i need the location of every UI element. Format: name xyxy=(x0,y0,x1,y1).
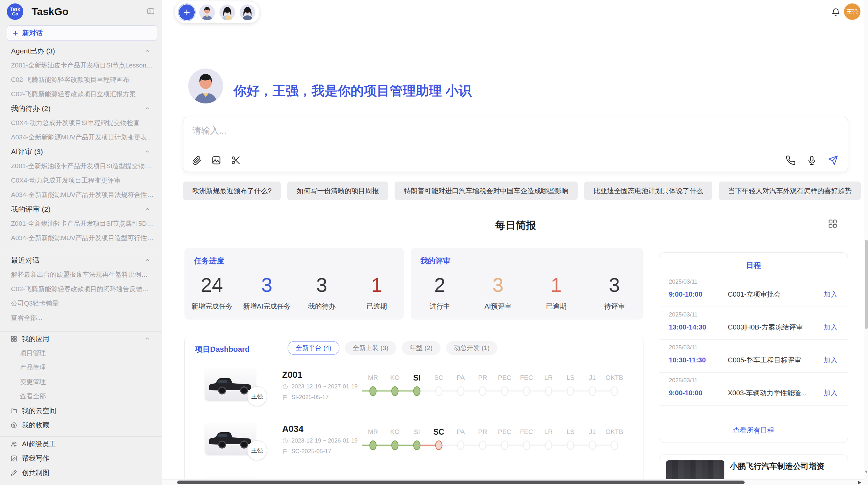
suggestion-chip[interactable]: 特朗普可能对进口汽车增税会对中国车企造成哪些影响 xyxy=(395,182,578,200)
filter-tab[interactable]: 全新上装 (3) xyxy=(345,341,397,355)
collapse-sidebar-icon[interactable] xyxy=(147,7,155,15)
milestone-dot[interactable] xyxy=(435,440,443,450)
milestone-dot[interactable] xyxy=(611,440,618,450)
milestone-dot[interactable] xyxy=(523,386,530,396)
schedule-item[interactable]: 2025/03/1110:30-11:30C005-整车工程目标评审加入 xyxy=(659,340,848,373)
milestone-dot[interactable] xyxy=(589,440,596,450)
milestone-dot[interactable] xyxy=(589,386,596,396)
chevron-up-icon[interactable] xyxy=(144,257,150,263)
chevron-up-icon[interactable] xyxy=(144,48,150,54)
agent-avatar-3[interactable] xyxy=(240,4,255,20)
voice-call-icon[interactable] xyxy=(785,155,796,165)
milestone-dot[interactable] xyxy=(501,440,508,450)
suggestion-chip[interactable]: 欧洲新规最近颁布了什么? xyxy=(183,182,281,200)
sidebar-item[interactable]: C02-飞腾新能源轻客改款项目立项汇报方案 xyxy=(0,87,162,101)
milestone-dot[interactable] xyxy=(479,386,486,396)
join-link[interactable]: 加入 xyxy=(824,323,837,332)
notification-bell-icon[interactable] xyxy=(831,8,841,17)
chevron-up-icon[interactable] xyxy=(144,105,150,112)
milestone-dot[interactable] xyxy=(567,386,574,396)
agent-avatar-1[interactable] xyxy=(199,4,215,20)
join-link[interactable]: 加入 xyxy=(824,290,837,299)
scroll-down-arrow-icon[interactable] xyxy=(865,471,868,473)
send-icon[interactable] xyxy=(828,155,838,165)
schedule-item[interactable]: 2025/03/119:00-10:00X003-车辆动力学性能验...加入 xyxy=(659,373,848,406)
stat-label: 进行中 xyxy=(411,302,469,311)
recent-chat-item[interactable]: 公司Q3轻卡销量 xyxy=(0,296,162,311)
app-sub-item[interactable]: 产品管理 xyxy=(0,360,162,375)
recent-chat-item[interactable]: C02-飞腾新能源轻客改款项目的闭环通告反馈情况 xyxy=(0,282,162,296)
sidebar-item[interactable]: A034-全新新能源MUV产品开发项目法规符合性评审 xyxy=(0,188,162,202)
scroll-right-arrow-icon[interactable] xyxy=(858,481,861,484)
suggestion-chip[interactable]: 如何写一份清晰的项目周报 xyxy=(287,182,388,200)
chevron-up-icon[interactable] xyxy=(144,336,150,342)
milestone-dot[interactable] xyxy=(457,440,465,450)
image-upload-icon[interactable] xyxy=(211,155,221,165)
milestone-dot[interactable] xyxy=(370,440,377,450)
milestone-dot[interactable] xyxy=(545,386,552,396)
sidebar-group-3[interactable]: 我的评审 (2) xyxy=(0,202,162,216)
sidebar-item[interactable]: Z001-全新燃油轻卡产品开发项目SI节点属性5D文件评审 xyxy=(0,216,162,231)
sidebar-item[interactable]: C0X4-动力总成开发项目SI里程碑提交物检查 xyxy=(0,116,162,130)
sidebar-tool[interactable]: 帮我写作 xyxy=(0,451,162,465)
chevron-up-icon[interactable] xyxy=(144,206,150,212)
sidebar-group-2[interactable]: AI评审 (3) xyxy=(0,145,162,159)
milestone-dot[interactable] xyxy=(413,386,421,396)
microphone-icon[interactable] xyxy=(807,155,817,165)
milestone-dot[interactable] xyxy=(413,440,421,450)
milestone-dot[interactable] xyxy=(611,386,618,396)
app-sub-item[interactable]: 变更管理 xyxy=(0,375,162,389)
add-agent-button[interactable] xyxy=(179,4,195,20)
sidebar-recent-chats[interactable]: 最近对话 xyxy=(0,253,162,268)
horizontal-scrollbar-thumb[interactable] xyxy=(177,481,745,484)
sidebar-item[interactable]: A034-全新新能源MUV产品开发项目造型可行性评审 xyxy=(0,231,162,245)
new-chat-button[interactable]: 新对话 xyxy=(7,25,157,41)
join-link[interactable]: 加入 xyxy=(824,388,837,398)
scissors-icon[interactable] xyxy=(231,155,241,165)
schedule-item[interactable]: 2025/03/1113:00-14:30C003|H0B-方案冻结评审加入 xyxy=(659,307,848,340)
sidebar-item[interactable]: C02-飞腾新能源轻客改款项目里程碑画布 xyxy=(0,73,162,87)
view-all-schedule-link[interactable]: 查看所有日程 xyxy=(659,426,848,435)
chevron-up-icon[interactable] xyxy=(144,149,150,155)
sidebar-item[interactable]: Z001-全新燃油皮卡产品开发项目SI节点Lesson Learn报告 xyxy=(0,58,162,73)
schedule-item[interactable]: 2025/03/119:00-10:00C001-立项审批会加入 xyxy=(659,274,848,307)
suggestion-chip[interactable]: 当下年轻人对汽车外观有怎样的喜好趋势 xyxy=(719,182,861,200)
milestone-dot[interactable] xyxy=(391,386,399,396)
milestone-dot[interactable] xyxy=(370,386,377,396)
suggestion-chip[interactable]: 比亚迪全固态电池计划具体说了什么 xyxy=(584,182,712,200)
recent-chat-item[interactable]: 查看全部... xyxy=(0,311,162,325)
sidebar-tool[interactable]: AI超级员工 xyxy=(0,437,162,451)
horizontal-scrollbar[interactable] xyxy=(162,479,864,485)
sidebar-item-folder[interactable]: 我的云空间 xyxy=(0,403,162,418)
chat-input[interactable]: 请输入... xyxy=(183,117,848,172)
app-sub-item[interactable]: 项目管理 xyxy=(0,346,162,360)
vertical-scrollbar[interactable] xyxy=(864,0,868,485)
filter-tab[interactable]: 全新平台 (4) xyxy=(288,341,339,355)
milestone-dot[interactable] xyxy=(479,440,486,450)
sidebar-my-apps[interactable]: 我的应用 xyxy=(0,332,162,346)
milestone-dot[interactable] xyxy=(457,386,465,396)
layout-grid-icon[interactable] xyxy=(828,219,838,229)
app-sub-item[interactable]: 查看全部... xyxy=(0,389,162,403)
sidebar-item[interactable]: A034-全新新能源MUV产品开发项目计划变更表编写 xyxy=(0,130,162,145)
sidebar-group-1[interactable]: 我的待办 (2) xyxy=(0,101,162,116)
sidebar-item[interactable]: Z001-全新燃油轻卡产品开发项目SI造型提交物评审 xyxy=(0,159,162,173)
filter-tab[interactable]: 动总开发 (1) xyxy=(446,341,498,355)
sidebar-item[interactable]: C0X4-动力总成开发项目工程变更评审 xyxy=(0,173,162,188)
attachment-icon[interactable] xyxy=(192,155,202,165)
milestone-dot[interactable] xyxy=(567,440,574,450)
milestone-dot[interactable] xyxy=(391,440,399,450)
sidebar-group-0[interactable]: Agent已办 (3) xyxy=(0,44,162,58)
recent-chat-item[interactable]: 解释最新出台的欧盟报废车法规再生塑料比例被调至15%... xyxy=(0,268,162,282)
milestone-dot[interactable] xyxy=(501,386,508,396)
join-link[interactable]: 加入 xyxy=(824,356,837,365)
user-avatar[interactable]: 王强 xyxy=(844,3,860,20)
vertical-scrollbar-thumb[interactable] xyxy=(865,240,868,329)
sidebar-tool[interactable]: 创意制图 xyxy=(0,465,162,480)
sidebar-item-star[interactable]: 我的收藏 xyxy=(0,418,162,432)
milestone-dot[interactable] xyxy=(523,440,530,450)
milestone-dot[interactable] xyxy=(545,440,552,450)
milestone-dot[interactable] xyxy=(435,386,443,396)
filter-tab[interactable]: 年型 (2) xyxy=(402,341,441,355)
agent-avatar-2[interactable] xyxy=(219,4,235,20)
